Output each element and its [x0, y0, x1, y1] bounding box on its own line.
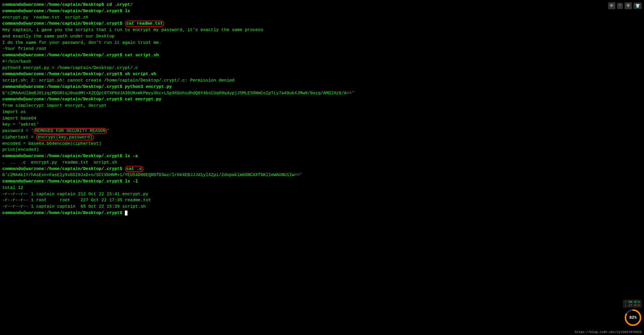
icon-chinese: 中 — [608, 2, 615, 9]
prompt-cat-readme: commando@warzone:/home/captain/Desktop/.… — [2, 21, 164, 27]
bottom-right-widget: ↑ 50 K/s ↓ 17 K/s 82% — [623, 300, 642, 326]
output-encrypted-2: b'c2MAAklY/hAsEsn+FasElyXvGSI0JxD+n/SCtX… — [2, 173, 302, 178]
output-python-cmd: python3 encrypt.py > /home/captain/Deskt… — [2, 66, 138, 70]
circled-removed: REMOVED FOR SECURITY REASON — [34, 128, 107, 134]
output-import-base64: import base64 — [2, 116, 36, 121]
prompt-sh-script: commando@warzone:/home/captain/Desktop/.… — [2, 72, 156, 77]
prompt-ls-a: commando@warzone:/home/captain/Desktop/.… — [2, 154, 138, 159]
prompt-ls-l: commando@warzone:/home/captain/Desktop/.… — [2, 179, 138, 184]
prompt-cat-c: commando@warzone:/home/captain/Desktop/.… — [2, 166, 143, 172]
output-file-encrypt: -r--r--r-- 1 captain captain 212 Oct 22 … — [2, 192, 148, 197]
output-ls: encrypt.py readme.txt script.sh — [2, 15, 88, 20]
speed-display: ↑ 50 K/s ↓ 17 K/s — [623, 300, 642, 308]
output-encoded: encoded = base64.b64encode(ciphertext) — [2, 141, 101, 146]
output-print: print(encoded) — [2, 147, 39, 152]
output-file-script: -r--r--r-- 1 captain captain 65 Oct 22 1… — [2, 204, 146, 209]
output-key: key = 'sekret' — [2, 122, 39, 127]
circled-cat-readme: cat readme.txt — [125, 21, 164, 27]
upload-speed: ↑ 50 K/s — [625, 300, 640, 304]
gauge-label: 82% — [629, 315, 636, 320]
output-readme-1: Hey captain, i gave you the scripts that… — [2, 28, 263, 32]
output-total: total 12 — [2, 185, 23, 190]
bottom-url: https://blog.csdn.net/zy15667076526 — [575, 330, 642, 334]
cpu-gauge: 82% — [624, 309, 642, 326]
prompt-cat-encrypt: commando@warzone:/home/captain/Desktop/.… — [2, 97, 161, 102]
output-import-os: import os — [2, 110, 26, 115]
output-readme-4: -Your friend root — [2, 46, 47, 51]
output-password: password = 'REMOVED FOR SECURITY REASON' — [2, 128, 110, 134]
prompt-python3-encrypt: commando@warzone:/home/captain/Desktop/.… — [2, 84, 172, 89]
output-file-readme: -r--r--r-- 1 root root 227 Oct 22 17:35 … — [2, 198, 151, 203]
output-permission-denied: script.sh: 2: script.sh: cannot create /… — [2, 78, 234, 83]
output-readme-3: I do the same for your password, don't r… — [2, 40, 161, 45]
output-ciphertext: ciphertext = encrypt(key,password) — [2, 134, 94, 140]
circled-encrypt-func: encrypt(key,password) — [36, 134, 94, 140]
prompt-cat-script: commando@warzone:/home/captain/Desktop/.… — [2, 53, 159, 58]
icon-half: 半 — [625, 2, 632, 9]
prompt-line-1: commando@warzone:/home/captain/Desktop$ … — [2, 2, 133, 7]
output-shebang: #!/bin/bash — [2, 59, 31, 64]
icon-shirt: 👕 — [634, 3, 642, 9]
terminal: commando@warzone:/home/captain/Desktop$ … — [0, 0, 644, 218]
output-readme-2: and exactly the same path under our Desk… — [2, 34, 114, 39]
cursor — [125, 211, 127, 216]
output-encrypted-1: b'c2MAAnUl8eBJOtzqzMDGRtqJ8oa9Mt+X2EQpt0… — [2, 91, 354, 96]
circled-cat-c: cat .c — [125, 166, 143, 172]
prompt-final: commando@warzone:/home/captain/Desktop/.… — [2, 211, 127, 216]
output-ls-a: . .. .c encrypt.py readme.txt script.sh — [2, 160, 117, 165]
icon-degree: ° — [617, 3, 623, 9]
top-right-icons: 中 ° 半 👕 — [608, 2, 642, 9]
prompt-line-2: commando@warzone:/home/captain/Desktop/.… — [2, 9, 130, 14]
output-import-simplecrypt: from simplecrypt import encrypt, decrypt — [2, 103, 107, 108]
download-speed: ↓ 17 K/s — [625, 304, 640, 307]
